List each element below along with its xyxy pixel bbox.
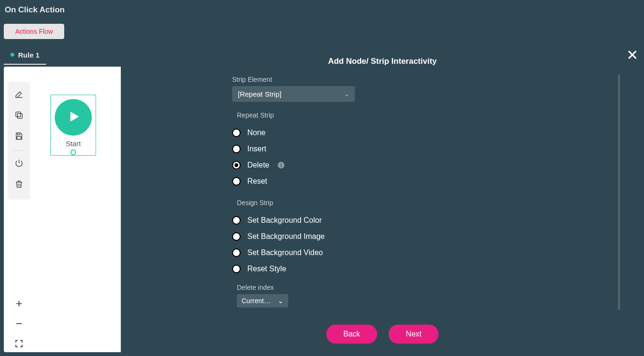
info-icon[interactable]: i <box>278 162 284 168</box>
radio-label: Delete <box>247 161 269 169</box>
zoom-in-button[interactable] <box>10 295 29 314</box>
strip-element-label: Strip Element <box>232 76 620 83</box>
design-strip-section-label: Design Strip <box>237 199 620 207</box>
modal-title: Add Node/ Strip Interactivity <box>121 43 644 72</box>
start-node-label: Start <box>66 139 81 148</box>
radio-delete[interactable]: Delete i <box>232 157 620 173</box>
radio-insert[interactable]: Insert <box>232 141 620 157</box>
modal-close-button[interactable]: ✕ <box>626 48 638 62</box>
tabs-bar: Actions Flow <box>0 20 644 44</box>
radio-label: Set Background Video <box>247 248 323 257</box>
zoom-out-button[interactable] <box>10 315 29 334</box>
copy-button[interactable] <box>10 107 29 126</box>
radio-label: None <box>247 129 265 137</box>
plus-icon <box>14 299 24 310</box>
next-button[interactable]: Next <box>389 325 439 344</box>
svg-rect-0 <box>18 114 22 119</box>
radio-icon <box>232 265 241 273</box>
radio-label: Insert <box>247 145 266 153</box>
save-button[interactable] <box>10 128 29 147</box>
delete-index-select[interactable]: Current… ⌄ <box>237 294 288 307</box>
modal-scroll-area: Strip Element [Repeat Strip] ⌄ Repeat St… <box>232 75 620 310</box>
trash-icon <box>14 179 24 191</box>
svg-rect-1 <box>16 112 20 117</box>
radio-icon <box>232 129 241 137</box>
radio-icon <box>232 161 241 169</box>
radio-label: Set Background Image <box>247 232 325 241</box>
rule-tab-label: Rule 1 <box>18 51 39 59</box>
play-icon <box>65 108 82 127</box>
modal-body: Strip Element [Repeat Strip] ⌄ Repeat St… <box>121 72 644 356</box>
copy-icon <box>14 110 24 122</box>
strip-element-value: [Repeat Strip] <box>238 90 282 98</box>
chevron-down-icon: ⌄ <box>278 297 283 305</box>
strip-element-select[interactable]: [Repeat Strip] ⌄ <box>232 86 355 102</box>
save-icon <box>14 131 24 143</box>
toolbar-separator <box>12 150 26 151</box>
back-button[interactable]: Back <box>326 325 378 344</box>
radio-icon <box>232 216 241 225</box>
modal-footer: Back Next <box>121 325 644 349</box>
repeat-strip-section-label: Repeat Strip <box>237 111 620 119</box>
start-node-circle <box>55 99 92 136</box>
radio-icon <box>232 177 241 186</box>
radio-set-bg-video[interactable]: Set Background Video <box>232 245 620 261</box>
flow-toolbar <box>9 82 29 198</box>
radio-set-bg-image[interactable]: Set Background Image <box>232 228 620 245</box>
rule-tab-1[interactable]: Rule 1 <box>4 46 46 65</box>
minus-icon <box>14 319 24 330</box>
power-button[interactable] <box>10 155 29 174</box>
zoom-toolbar <box>9 295 29 354</box>
svg-rect-2 <box>18 133 20 135</box>
page-title: On Click Action <box>5 5 65 15</box>
tab-actions-flow[interactable]: Actions Flow <box>4 24 64 39</box>
fullscreen-button[interactable] <box>10 335 29 354</box>
radio-set-bg-color[interactable]: Set Background Color <box>232 212 620 228</box>
svg-rect-3 <box>17 137 21 139</box>
close-icon: ✕ <box>626 47 638 63</box>
power-icon <box>14 158 24 170</box>
radio-reset[interactable]: Reset <box>232 173 620 189</box>
radio-icon <box>232 145 241 153</box>
page-header: On Click Action <box>0 0 644 20</box>
radio-icon <box>232 248 241 257</box>
radio-reset-style[interactable]: Reset Style <box>232 261 620 277</box>
delete-index-value: Current… <box>242 297 271 305</box>
start-node[interactable]: Start <box>50 95 96 156</box>
radio-label: Set Background Color <box>247 216 322 225</box>
delete-index-label: Delete index <box>237 284 620 291</box>
radio-label: Reset <box>247 177 267 186</box>
start-node-connector[interactable] <box>70 149 76 155</box>
radio-icon <box>232 232 241 241</box>
chevron-down-icon: ⌄ <box>344 91 349 98</box>
fullscreen-icon <box>14 339 24 350</box>
rule-active-indicator <box>10 53 14 57</box>
pencil-icon <box>14 89 24 101</box>
delete-button[interactable] <box>10 176 29 195</box>
radio-none[interactable]: None <box>232 125 620 141</box>
strip-interactivity-modal: ✕ Add Node/ Strip Interactivity Strip El… <box>121 43 644 356</box>
edit-button[interactable] <box>10 86 29 105</box>
radio-label: Reset Style <box>247 265 286 273</box>
